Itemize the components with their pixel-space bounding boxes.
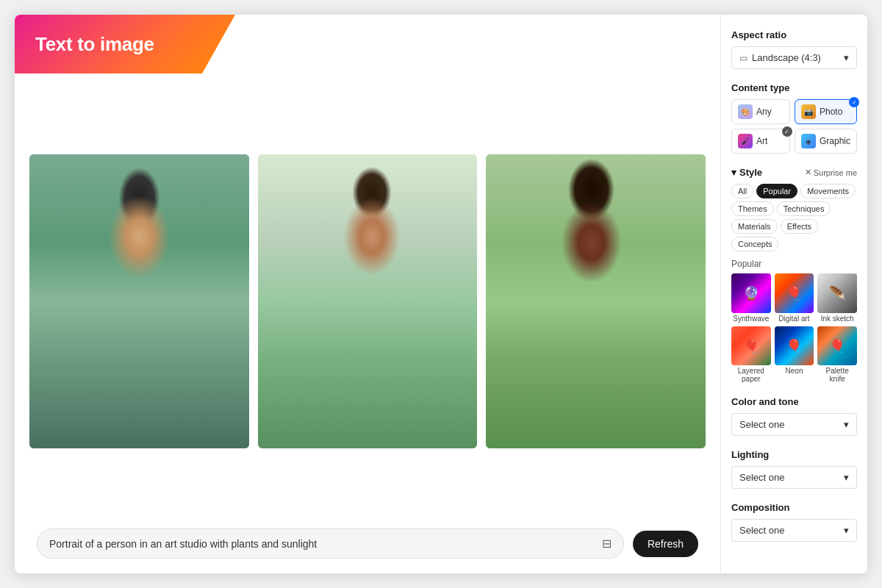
style-tag-themes[interactable]: Themes bbox=[731, 201, 774, 216]
content-type-grid: 🎨 Any 📷 Photo ✓ 🖌 Art ✓ bbox=[731, 99, 857, 154]
neon-label: Neon bbox=[775, 367, 814, 375]
color-tone-dropdown[interactable]: Select one ▾ bbox=[731, 413, 857, 436]
main-area: Portrait of a person in an art studio wi… bbox=[15, 15, 867, 573]
art-label: Art bbox=[756, 136, 767, 146]
art-icon: 🖌 bbox=[738, 134, 753, 148]
photo-icon: 📷 bbox=[801, 104, 816, 119]
color-tone-value: Select one bbox=[739, 419, 784, 430]
photo-check-badge: ✓ bbox=[849, 97, 859, 107]
style-tag-movements[interactable]: Movements bbox=[800, 184, 856, 198]
composition-section: Composition Select one ▾ bbox=[731, 502, 857, 542]
prompt-bar: Portrait of a person in an art studio wi… bbox=[29, 528, 706, 559]
content-type-label: Content type bbox=[731, 82, 857, 93]
chevron-down-lighting-icon: ▾ bbox=[844, 472, 849, 483]
lighting-label: Lighting bbox=[731, 449, 857, 460]
layered-paper-label: Layered paper bbox=[731, 367, 771, 383]
palette-knife-label: Palette knife bbox=[817, 367, 857, 383]
gallery-image-man bbox=[29, 154, 249, 448]
content-type-photo[interactable]: 📷 Photo ✓ bbox=[795, 99, 857, 124]
composition-label: Composition bbox=[731, 502, 857, 513]
lighting-dropdown[interactable]: Select one ▾ bbox=[731, 466, 857, 489]
prompt-text: Portrait of a person in an art studio wi… bbox=[49, 538, 317, 550]
popular-grid: Synthwave Digital art Ink sketch Layered… bbox=[731, 273, 857, 383]
monitor-icon: ▭ bbox=[739, 53, 747, 63]
composition-value: Select one bbox=[739, 525, 784, 536]
lighting-section: Lighting Select one ▾ bbox=[731, 449, 857, 489]
right-sidebar: Aspect ratio ▭ Landscape (4:3) ▾ Content… bbox=[720, 15, 867, 573]
digital-art-label: Digital art bbox=[775, 315, 814, 323]
palette-knife-thumb bbox=[817, 326, 857, 366]
style-tag-concepts[interactable]: Concepts bbox=[731, 237, 778, 251]
popular-item-layered-paper[interactable]: Layered paper bbox=[731, 326, 771, 384]
app-title: Text to image bbox=[35, 33, 154, 56]
chevron-down-icon: ▾ bbox=[844, 52, 849, 63]
content-type-art[interactable]: 🖌 Art ✓ bbox=[731, 129, 790, 154]
synthwave-label: Synthwave bbox=[731, 315, 771, 323]
any-icon: 🎨 bbox=[738, 104, 753, 119]
chevron-down-color-icon: ▾ bbox=[844, 419, 849, 430]
style-header: ▾ Style ✕ Surprise me bbox=[731, 167, 857, 178]
layered-paper-thumb bbox=[731, 326, 771, 366]
style-section: ▾ Style ✕ Surprise me All Popular Moveme… bbox=[731, 167, 857, 383]
shuffle-icon: ✕ bbox=[805, 168, 811, 177]
title-banner: Text to image bbox=[15, 15, 235, 74]
composition-dropdown[interactable]: Select one ▾ bbox=[731, 519, 857, 542]
popular-item-digital-art[interactable]: Digital art bbox=[775, 273, 814, 323]
style-tag-materials[interactable]: Materials bbox=[731, 219, 778, 234]
content-type-section: Content type 🎨 Any 📷 Photo ✓ bbox=[731, 82, 857, 154]
color-tone-label: Color and tone bbox=[731, 396, 857, 407]
any-label: Any bbox=[756, 107, 772, 117]
popular-item-palette-knife[interactable]: Palette knife bbox=[817, 326, 857, 384]
image-grid bbox=[29, 88, 706, 514]
lighting-value: Select one bbox=[739, 472, 784, 483]
collapse-icon[interactable]: ▾ bbox=[731, 167, 736, 178]
gallery-image-woman2 bbox=[486, 154, 706, 448]
prompt-input-wrap[interactable]: Portrait of a person in an art studio wi… bbox=[37, 528, 624, 559]
chevron-down-composition-icon: ▾ bbox=[844, 525, 849, 536]
aspect-ratio-dropdown[interactable]: ▭ Landscape (4:3) ▾ bbox=[731, 46, 857, 69]
graphic-label: Graphic bbox=[820, 136, 850, 146]
color-tone-section: Color and tone Select one ▾ bbox=[731, 396, 857, 436]
popular-item-synthwave[interactable]: Synthwave bbox=[731, 273, 771, 323]
style-tag-all[interactable]: All bbox=[731, 184, 753, 198]
art-check-badge: ✓ bbox=[782, 126, 792, 137]
content-type-graphic[interactable]: ◈ Graphic bbox=[795, 129, 857, 154]
popular-item-neon[interactable]: Neon bbox=[775, 326, 814, 384]
aspect-ratio-section: Aspect ratio ▭ Landscape (4:3) ▾ bbox=[731, 29, 857, 69]
photo-label: Photo bbox=[820, 107, 842, 117]
gallery-area: Portrait of a person in an art studio wi… bbox=[15, 15, 720, 573]
style-tag-effects[interactable]: Effects bbox=[781, 219, 818, 234]
surprise-me-button[interactable]: ✕ Surprise me bbox=[805, 168, 857, 177]
ink-sketch-label: Ink sketch bbox=[817, 315, 857, 323]
graphic-icon: ◈ bbox=[801, 134, 816, 148]
aspect-ratio-value: Landscape (4:3) bbox=[752, 52, 821, 63]
content-type-any[interactable]: 🎨 Any bbox=[731, 99, 790, 124]
popular-label: Popular bbox=[731, 259, 857, 269]
refresh-button[interactable]: Refresh bbox=[633, 531, 698, 557]
popular-item-ink-sketch[interactable]: Ink sketch bbox=[817, 273, 857, 323]
ink-sketch-thumb bbox=[817, 273, 857, 313]
digital-art-thumb bbox=[775, 273, 814, 313]
style-label: ▾ Style bbox=[731, 167, 762, 178]
settings-icon[interactable]: ⊟ bbox=[602, 537, 612, 551]
style-tags: All Popular Movements Themes Techniques … bbox=[731, 184, 857, 251]
neon-thumb bbox=[775, 326, 814, 366]
style-tag-popular[interactable]: Popular bbox=[756, 184, 797, 198]
aspect-ratio-label: Aspect ratio bbox=[731, 29, 857, 40]
gallery-image-woman1 bbox=[258, 154, 478, 448]
synthwave-thumb bbox=[731, 273, 771, 313]
app-container: Text to image Portrait of a person in an… bbox=[15, 15, 867, 573]
style-tag-techniques[interactable]: Techniques bbox=[777, 201, 831, 216]
